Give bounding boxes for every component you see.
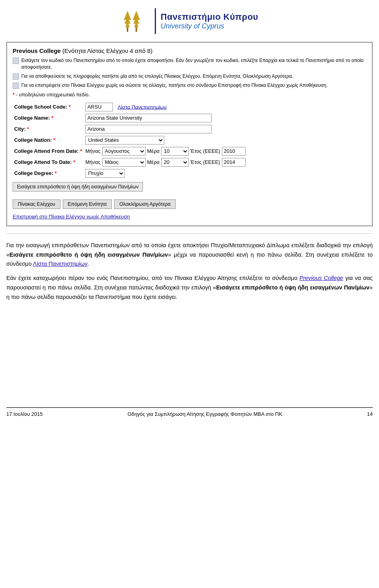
required-note: * - υποδηλώνει υποχρεωτικό πεδίο. [13,92,366,98]
attend-to-row: College Attend To Date: * Μήνας Μάιος Ια… [13,157,366,168]
svg-rect-3 [127,27,128,32]
nation-row: College Nation: * United States Cyprus G… [13,135,366,146]
next-section-button[interactable]: Επόμενη Ενότητα [63,199,112,209]
college-name-input[interactable] [85,114,212,122]
city-input[interactable] [85,125,212,133]
complete-later-button[interactable]: Ολοκλήρωση Αργότερα [114,199,176,209]
info-text-1: Εισάγετε τον κωδικό του Πανεπιστημίου απ… [21,57,366,71]
add-universities-button[interactable]: Εισάγετε επιπρόσθετο ή όψη ήδη εισαγμένω… [13,182,143,192]
school-code-input[interactable] [85,103,113,111]
from-year-input[interactable] [222,147,246,156]
from-month-label: Μήνας [85,148,100,154]
footer-date: 17 Ιουλίου 2015 [6,411,43,417]
city-label: City: * [13,124,84,135]
nation-value-cell: United States Cyprus Greece United Kingd… [84,135,366,146]
svg-marker-2 [124,11,131,20]
university-name-english: University of Cyprus [161,22,258,30]
return-link[interactable]: Επιστροφή στο Πίνακα Ελέγχου χωρίς Αποθή… [13,214,130,220]
header: Πανεπιστήμιο Κύπρου University of Cyprus [0,0,379,42]
body-previous-college-link[interactable]: Previous College [300,275,343,281]
info-text-3: Για να επιστρέψετε στο Πίνακα Ελέγχου χω… [21,82,328,89]
city-row: City: * [13,124,366,135]
info-block-1: Εισάγετε τον κωδικό του Πανεπιστημίου απ… [13,57,366,71]
content-divider [6,233,373,234]
footer-center-text: Οδηγός για Συμπλήρωση Αίτησης Εγγραφής Φ… [43,411,367,417]
info-icon-1 [13,58,19,64]
to-year-label: Έτος (ΕΕΕΕ) [190,159,220,165]
degree-label: College Degree: * [13,168,84,179]
dashboard-button[interactable]: Πίνακας Ελέγχου [13,199,60,209]
body-university-list-link[interactable]: Λίστα Πανεπιστημίων [33,261,87,267]
info-icon-3 [13,83,19,89]
svg-rect-7 [135,27,137,32]
university-name-greek: Πανεπιστήμιο Κύπρου [161,12,258,22]
nation-select[interactable]: United States Cyprus Greece United Kingd… [85,136,164,145]
school-code-value-cell: Λίστα Πανεπιστημίων [84,101,366,113]
form-fields-table: College School Code: * Λίστα Πανεπιστημί… [13,101,366,179]
logo-text: Πανεπιστήμιο Κύπρου University of Cyprus [161,12,258,30]
form-subtitle: (Ενότητα Λίστας Ελέγχου 4 από 8) [62,47,152,54]
school-code-label: College School Code: * [13,101,84,113]
to-day-select[interactable]: 20 151015 2530 [161,158,189,167]
degree-row: College Degree: * Πτυχίο Μεταπτυχιακό Δι… [13,168,366,179]
info-text-2: Για να αποθηκεύσετε τις πληροφορίες πατή… [21,73,293,80]
to-day-label: Μέρα [147,159,160,165]
degree-select[interactable]: Πτυχίο Μεταπτυχιακό Διδακτορικό [85,169,125,178]
city-value-cell [84,124,366,135]
to-year-input[interactable] [222,158,246,167]
nav-buttons-row: Πίνακας Ελέγχου Επόμενη Ενότητα Ολοκλήρω… [13,199,366,209]
info-icon-2 [13,73,19,80]
svg-marker-6 [133,11,140,20]
university-logo-tree [121,7,144,35]
from-day-select[interactable]: 10 1235 15202530 [161,147,189,156]
form-title: Previous College (Ενότητα Λίστας Ελέγχου… [13,47,366,54]
nation-label: College Nation: * [13,135,84,146]
body-paragraph-1: Για την εισαγωγή επιπρόσθετων Πανεπιστημ… [6,241,373,269]
attend-to-date-row: Μήνας Μάιος Ιανουάριος Φεβρουάριος Μάρτι… [85,158,365,167]
attend-from-label: College Attend From Date: * [13,146,84,157]
from-day-label: Μέρα [147,148,160,154]
attend-to-label: College Attend To Date: * [13,157,84,168]
degree-value-cell: Πτυχίο Μεταπτυχιακό Διδακτορικό [84,168,366,179]
info-block-3: Για να επιστρέψετε στο Πίνακα Ελέγχου χω… [13,82,366,89]
college-name-row: College Name: * [13,113,366,124]
from-year-label: Έτος (ΕΕΕΕ) [190,148,220,154]
attend-to-value-cell: Μήνας Μάιος Ιανουάριος Φεβρουάριος Μάρτι… [84,157,366,168]
attend-from-row: College Attend From Date: * Μήνας Αύγουσ… [13,146,366,157]
footer: 17 Ιουλίου 2015 Οδηγός για Συμπλήρωση Αί… [6,407,373,417]
college-name-label: College Name: * [13,113,84,124]
body-text: Για την εισαγωγή επιπρόσθετων Πανεπιστημ… [6,241,373,302]
add-universities-row: Εισάγετε επιπρόσθετο ή όψη ήδη εισαγμένω… [13,182,366,195]
school-code-row: College School Code: * Λίστα Πανεπιστημί… [13,101,366,113]
from-month-select[interactable]: Αύγουστος Ιανουάριος Φεβρουάριος Μάρτιος… [102,147,146,156]
footer-page: 14 [367,411,373,417]
to-month-select[interactable]: Μάιος Ιανουάριος Φεβρουάριος Μάρτιος Απρ… [102,158,146,167]
logo-divider [155,8,156,34]
form-box: Previous College (Ενότητα Λίστας Ελέγχου… [6,42,373,226]
logo-container: Πανεπιστήμιο Κύπρου University of Cyprus [121,7,258,35]
body-paragraph-2: Εάν έχετε καταχωρήσει πέραν του ενός Παν… [6,274,373,302]
university-list-link-code[interactable]: Λίστα Πανεπιστημίων [118,104,167,110]
info-block-2: Για να αποθηκεύσετε τις πληροφορίες πατή… [13,73,366,80]
college-name-value-cell [84,113,366,124]
to-month-label: Μήνας [85,159,100,165]
required-star: * [13,92,15,98]
attend-from-date-row: Μήνας Αύγουστος Ιανουάριος Φεβρουάριος Μ… [85,147,365,156]
attend-from-value-cell: Μήνας Αύγουστος Ιανουάριος Φεβρουάριος Μ… [84,146,366,157]
